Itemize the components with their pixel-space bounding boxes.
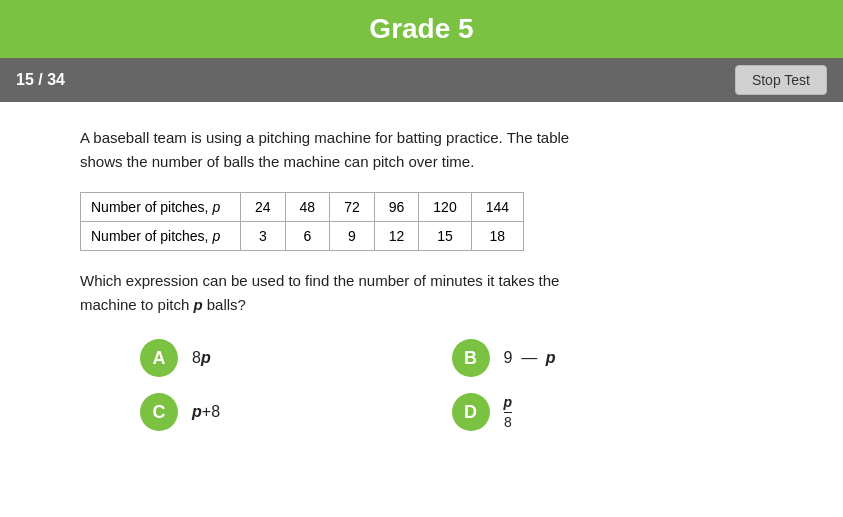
table-cell: 9 <box>330 222 375 251</box>
table-cell: 48 <box>285 193 330 222</box>
table-cell: 144 <box>471 193 523 222</box>
answer-choice-b[interactable]: B 9 — p <box>452 339 764 377</box>
answer-label-a: 8p <box>192 349 211 367</box>
answer-choices: A 8p B 9 — p C p+8 D p 8 <box>80 339 763 431</box>
table-cell: 24 <box>241 193 286 222</box>
progress-indicator: 15 / 34 <box>16 71 65 89</box>
answer-label-c: p+8 <box>192 403 220 421</box>
answer-bubble-a: A <box>140 339 178 377</box>
answer-bubble-d: D <box>452 393 490 431</box>
answer-choice-a[interactable]: A 8p <box>140 339 452 377</box>
answer-choice-d[interactable]: D p 8 <box>452 393 764 431</box>
table-cell: 3 <box>241 222 286 251</box>
page-header: Grade 5 <box>0 0 843 58</box>
answer-choice-c[interactable]: C p+8 <box>140 393 452 431</box>
content-area: A baseball team is using a pitching mach… <box>0 102 843 455</box>
table-row: Number of pitches, p 24 48 72 96 120 144 <box>81 193 524 222</box>
data-table: Number of pitches, p 24 48 72 96 120 144… <box>80 192 524 251</box>
page-title: Grade 5 <box>369 13 473 45</box>
table-cell: 72 <box>330 193 375 222</box>
toolbar: 15 / 34 Stop Test <box>0 58 843 102</box>
stop-test-button[interactable]: Stop Test <box>735 65 827 95</box>
answer-bubble-b: B <box>452 339 490 377</box>
answer-bubble-c: C <box>140 393 178 431</box>
which-expression-text: Which expression can be used to find the… <box>80 269 763 317</box>
table-cell: 15 <box>419 222 471 251</box>
row2-label: Number of pitches, p <box>81 222 241 251</box>
question-text: A baseball team is using a pitching mach… <box>80 126 763 174</box>
table-cell: 6 <box>285 222 330 251</box>
table-cell: 18 <box>471 222 523 251</box>
table-cell: 120 <box>419 193 471 222</box>
table-cell: 12 <box>374 222 419 251</box>
table-row: Number of pitches, p 3 6 9 12 15 18 <box>81 222 524 251</box>
table-cell: 96 <box>374 193 419 222</box>
answer-label-d: p 8 <box>504 394 513 431</box>
row1-label: Number of pitches, p <box>81 193 241 222</box>
answer-label-b: 9 — p <box>504 349 556 367</box>
